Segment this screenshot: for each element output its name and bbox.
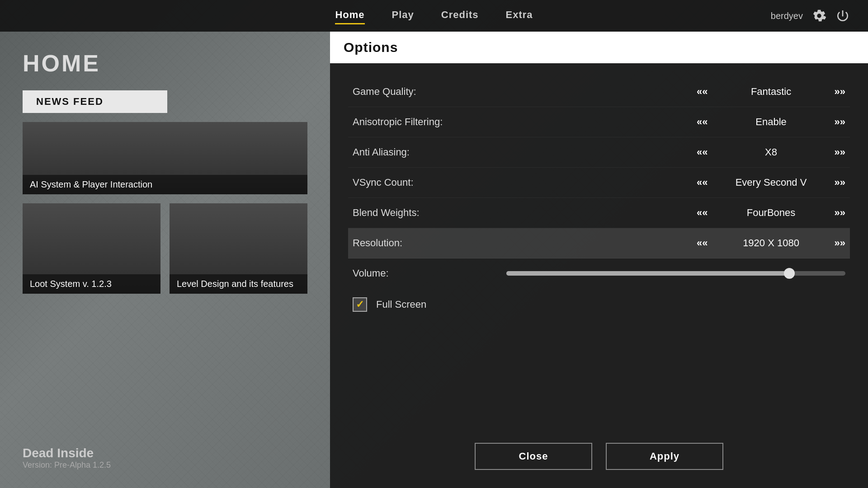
nav-right: berdyev xyxy=(771,9,850,23)
options-body: Game Quality: «« Fantastic »» Anisotropi… xyxy=(330,63,868,434)
option-control-game-quality: «« Fantastic »» xyxy=(697,86,845,98)
nav-item-play[interactable]: Play xyxy=(392,9,414,23)
option-label-resolution: Resolution: xyxy=(353,237,488,249)
fullscreen-row: ✓ Full Screen xyxy=(348,288,850,321)
resolution-prev[interactable]: «« xyxy=(697,237,708,249)
apply-button[interactable]: Apply xyxy=(606,443,723,470)
close-button[interactable]: Close xyxy=(475,443,592,470)
news-cards-row: Loot System v. 1.2.3 Level Design and it… xyxy=(23,203,307,294)
nav-item-home[interactable]: Home xyxy=(335,9,364,23)
option-label-blend-weights: Blend Weights: xyxy=(353,207,488,219)
option-row-anisotropic: Anisotropic Filtering: «« Enable »» xyxy=(348,107,850,137)
username-label: berdyev xyxy=(771,11,803,21)
power-icon[interactable] xyxy=(835,9,850,23)
vsync-value: Every Second V xyxy=(722,177,821,188)
option-control-anti-aliasing: «« X8 »» xyxy=(697,146,845,158)
news-card-label-loot: Loot System v. 1.2.3 xyxy=(23,274,160,294)
anti-aliasing-prev[interactable]: «« xyxy=(697,146,708,158)
nav-item-extra[interactable]: Extra xyxy=(506,9,533,23)
options-header: Options xyxy=(330,32,868,63)
news-card-loot[interactable]: Loot System v. 1.2.3 xyxy=(23,203,160,294)
game-quality-value: Fantastic xyxy=(722,86,821,98)
game-quality-next[interactable]: »» xyxy=(835,86,845,98)
blend-weights-next[interactable]: »» xyxy=(835,207,845,219)
news-cards: AI System & Player Interaction Loot Syst… xyxy=(23,122,307,294)
anisotropic-next[interactable]: »» xyxy=(835,116,845,128)
news-card-level[interactable]: Level Design and its features xyxy=(170,203,307,294)
main-area: HOME NEWS FEED AI System & Player Intera… xyxy=(0,32,868,488)
option-label-game-quality: Game Quality: xyxy=(353,86,488,98)
option-row-blend-weights: Blend Weights: «« FourBones »» xyxy=(348,198,850,228)
option-label-anti-aliasing: Anti Aliasing: xyxy=(353,146,488,158)
option-row-game-quality: Game Quality: «« Fantastic »» xyxy=(348,77,850,107)
options-panel: Options Game Quality: «« Fantastic »» An… xyxy=(330,32,868,488)
blend-weights-value: FourBones xyxy=(722,207,821,219)
nav-item-credits[interactable]: Credits xyxy=(441,9,479,23)
newsfeed-tab[interactable]: NEWS FEED xyxy=(23,90,167,113)
options-footer: Close Apply xyxy=(330,434,868,488)
navbar: Home Play Credits Extra berdyev xyxy=(0,0,868,32)
option-control-anisotropic: «« Enable »» xyxy=(697,116,845,128)
vsync-prev[interactable]: «« xyxy=(697,177,708,188)
anti-aliasing-next[interactable]: »» xyxy=(835,146,845,158)
nav-links: Home Play Credits Extra xyxy=(18,9,850,23)
option-row-resolution: Resolution: «« 1920 X 1080 »» xyxy=(348,228,850,258)
option-control-vsync: «« Every Second V »» xyxy=(697,177,845,188)
resolution-value: 1920 X 1080 xyxy=(722,237,821,249)
left-panel: HOME NEWS FEED AI System & Player Intera… xyxy=(0,32,330,488)
anti-aliasing-value: X8 xyxy=(722,146,821,158)
fullscreen-label: Full Screen xyxy=(376,299,426,310)
game-quality-prev[interactable]: «« xyxy=(697,86,708,98)
option-control-blend-weights: «« FourBones »» xyxy=(697,207,845,219)
home-title: HOME xyxy=(23,50,307,77)
volume-slider[interactable] xyxy=(506,271,845,276)
news-card-label-level: Level Design and its features xyxy=(170,274,307,294)
slider-fill xyxy=(506,271,795,276)
slider-thumb[interactable] xyxy=(784,268,795,279)
blend-weights-prev[interactable]: «« xyxy=(697,207,708,219)
gear-icon[interactable] xyxy=(812,9,826,23)
volume-row: Volume: xyxy=(348,258,850,288)
option-label-vsync: VSync Count: xyxy=(353,177,488,188)
checkbox-check-icon: ✓ xyxy=(356,299,364,310)
anisotropic-prev[interactable]: «« xyxy=(697,116,708,128)
option-control-resolution: «« 1920 X 1080 »» xyxy=(697,237,845,249)
option-row-anti-aliasing: Anti Aliasing: «« X8 »» xyxy=(348,137,850,168)
volume-label: Volume: xyxy=(353,267,488,279)
anisotropic-value: Enable xyxy=(722,116,821,128)
news-card-label-ai: AI System & Player Interaction xyxy=(23,175,307,194)
vsync-next[interactable]: »» xyxy=(835,177,845,188)
news-card-large[interactable]: AI System & Player Interaction xyxy=(23,122,307,194)
fullscreen-checkbox[interactable]: ✓ xyxy=(353,297,367,312)
resolution-next[interactable]: »» xyxy=(835,237,845,249)
option-label-anisotropic: Anisotropic Filtering: xyxy=(353,116,488,128)
option-row-vsync: VSync Count: «« Every Second V »» xyxy=(348,168,850,198)
